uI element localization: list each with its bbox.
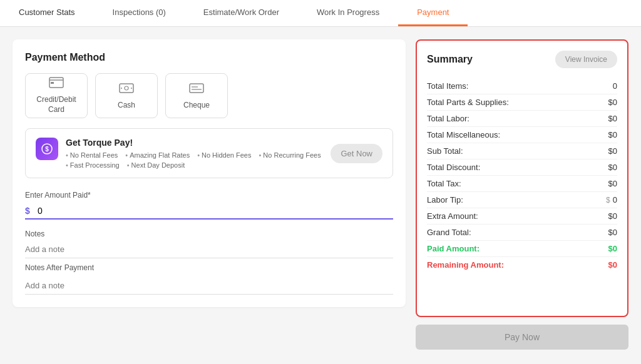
- extra-amount-label: Extra Amount:: [427, 211, 478, 221]
- torque-pay-icon: $: [36, 138, 58, 160]
- labor-tip-value: 0: [613, 195, 617, 205]
- svg-point-4: [125, 86, 128, 90]
- remaining-amount-value: $0: [608, 260, 617, 270]
- amount-input[interactable]: [25, 202, 393, 220]
- total-tax-label: Total Tax:: [427, 179, 461, 188]
- feature-flat-rates: Amazing Flat Rates: [125, 151, 190, 159]
- right-panel: Summary View Invoice Total Items: 0 Tota…: [416, 39, 628, 350]
- total-discount-label: Total Discount:: [427, 163, 480, 172]
- feature-no-recurring: No Recurring Fees: [259, 151, 321, 159]
- total-misc-value: $0: [608, 130, 617, 139]
- notes-after-input[interactable]: [25, 277, 393, 295]
- total-parts-value: $0: [608, 98, 617, 107]
- summary-row-total-tax: Total Tax: $0: [427, 176, 617, 192]
- tab-work-in-progress[interactable]: Work In Progress: [298, 0, 398, 26]
- payment-methods-group: Credit/DebitCard Cash: [25, 73, 393, 118]
- svg-text:$: $: [45, 146, 49, 153]
- cash-icon: [119, 83, 134, 97]
- summary-row-total-discount: Total Discount: $0: [427, 159, 617, 176]
- paid-amount-value: $0: [608, 244, 617, 253]
- tab-estimate-work-order[interactable]: Estimate/Work Order: [185, 0, 298, 26]
- cheque-label: Cheque: [183, 101, 210, 109]
- summary-row-labor-tip: Labor Tip: $ 0: [427, 192, 617, 208]
- total-labor-value: $0: [608, 114, 617, 123]
- grand-total-value: $0: [608, 228, 617, 237]
- payment-form: Enter Amount Paid* $ Notes Notes After P…: [25, 191, 393, 295]
- summary-row-paid-amount: Paid Amount: $0: [427, 241, 617, 257]
- labor-tip-right: $ 0: [606, 195, 617, 205]
- remaining-amount-label: Remaining Amount:: [427, 260, 504, 270]
- summary-row-total-misc: Total Miscellaneous: $0: [427, 127, 617, 143]
- torque-features-list: No Rental Fees Amazing Flat Rates No Hid…: [66, 151, 323, 169]
- labor-tip-label: Labor Tip:: [427, 195, 463, 205]
- summary-row-grand-total: Grand Total: $0: [427, 225, 617, 241]
- notes-after-label: Notes After Payment: [25, 263, 393, 272]
- total-misc-label: Total Miscellaneous:: [427, 130, 500, 139]
- feature-next-day: Next Day Deposit: [127, 161, 185, 169]
- extra-amount-value: $0: [608, 211, 617, 221]
- payment-method-card: Payment Method Credit/DebitCard: [13, 39, 406, 307]
- summary-row-remaining-amount: Remaining Amount: $0: [427, 257, 617, 273]
- summary-header: Summary View Invoice: [427, 51, 617, 68]
- credit-card-icon: [49, 77, 64, 91]
- paid-amount-label: Paid Amount:: [427, 244, 479, 253]
- amount-label: Enter Amount Paid*: [25, 191, 393, 200]
- notes-section: Notes: [25, 230, 393, 258]
- summary-row-total-parts: Total Parts & Supplies: $0: [427, 94, 617, 111]
- tab-payment[interactable]: Payment: [398, 0, 468, 26]
- notes-label: Notes: [25, 230, 393, 238]
- svg-point-6: [131, 88, 132, 89]
- notes-after-section: Notes After Payment: [25, 263, 393, 295]
- credit-debit-label: Credit/DebitCard: [36, 95, 76, 114]
- tab-bar: Customer Stats Inspections (0) Estimate/…: [0, 0, 641, 27]
- cheque-icon: [189, 83, 204, 97]
- amount-input-wrapper: $: [25, 202, 393, 220]
- left-panel: Payment Method Credit/DebitCard: [13, 39, 406, 350]
- summary-row-sub-total: Sub Total: $0: [427, 143, 617, 159]
- view-invoice-button[interactable]: View Invoice: [555, 51, 617, 68]
- payment-method-cash[interactable]: Cash: [95, 73, 158, 118]
- get-now-button[interactable]: Get Now: [331, 144, 382, 163]
- main-content: Payment Method Credit/DebitCard: [0, 27, 641, 362]
- total-items-label: Total Items:: [427, 81, 468, 91]
- payment-method-title: Payment Method: [25, 52, 393, 63]
- tab-customer-stats[interactable]: Customer Stats: [0, 0, 94, 26]
- payment-method-cheque[interactable]: Cheque: [165, 73, 228, 118]
- feature-no-hidden: No Hidden Fees: [197, 151, 251, 159]
- currency-symbol: $: [25, 206, 30, 216]
- total-discount-value: $0: [608, 163, 617, 172]
- feature-no-rental: No Rental Fees: [66, 151, 118, 159]
- app-wrapper: Customer Stats Inspections (0) Estimate/…: [0, 0, 641, 362]
- total-parts-label: Total Parts & Supplies:: [427, 98, 509, 107]
- tab-inspections[interactable]: Inspections (0): [94, 0, 185, 26]
- torque-pay-banner: $ Get Torque Pay! No Rental Fees Amazing…: [25, 128, 393, 178]
- summary-title: Summary: [427, 54, 473, 65]
- payment-method-credit-debit[interactable]: Credit/DebitCard: [25, 73, 88, 118]
- feature-fast-processing: Fast Processing: [66, 161, 120, 169]
- summary-card: Summary View Invoice Total Items: 0 Tota…: [416, 39, 628, 317]
- cash-label: Cash: [118, 101, 135, 109]
- labor-tip-dollar: $: [606, 196, 610, 205]
- svg-rect-7: [190, 84, 203, 93]
- sub-total-label: Sub Total:: [427, 146, 463, 156]
- sub-total-value: $0: [608, 146, 617, 156]
- grand-total-label: Grand Total:: [427, 228, 471, 237]
- svg-rect-2: [51, 82, 54, 84]
- total-tax-value: $0: [608, 179, 617, 188]
- summary-row-extra-amount: Extra Amount: $0: [427, 208, 617, 225]
- total-labor-label: Total Labor:: [427, 114, 469, 123]
- svg-point-5: [121, 88, 122, 89]
- notes-input[interactable]: [25, 241, 393, 258]
- summary-row-total-labor: Total Labor: $0: [427, 111, 617, 127]
- torque-pay-title: Get Torque Pay!: [66, 138, 323, 148]
- summary-row-total-items: Total Items: 0: [427, 78, 617, 94]
- pay-now-button[interactable]: Pay Now: [416, 325, 628, 350]
- torque-pay-content: Get Torque Pay! No Rental Fees Amazing F…: [66, 138, 323, 169]
- total-items-value: 0: [613, 81, 617, 91]
